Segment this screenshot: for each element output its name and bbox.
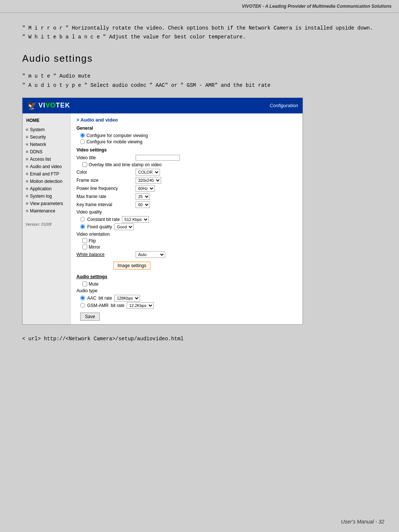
video-quality-row: Video quality (76, 209, 297, 215)
general-label: General (76, 126, 297, 131)
footer-page-label: User's Manual - 32 (341, 519, 384, 525)
overlay-checkbox[interactable] (82, 162, 87, 167)
sidebar-label-security: Security (30, 134, 46, 140)
gsm-radio[interactable] (80, 303, 85, 308)
white-balance-text: " W h i t e b a l a n c e " Adjust the v… (22, 33, 377, 42)
gsm-bit-rate-select[interactable]: 12.2Kbps (127, 302, 154, 309)
radio-mobile-group: Configure for mobile viewing (80, 139, 297, 144)
ui-main-panel: > Audio and video General Configure for … (71, 113, 303, 324)
sidebar-label-motion: Motion detection (30, 179, 62, 184)
sidebar-item-email-ftp[interactable]: ⊕ Email and FTP (23, 170, 70, 178)
flip-row: Flip (82, 238, 297, 243)
video-quality-label: Video quality (76, 209, 136, 215)
radio-computer-label: Configure for computer viewing (86, 133, 148, 138)
max-frame-label: Max frame rate (76, 194, 136, 199)
max-frame-select[interactable]: 25 (136, 193, 150, 200)
overlay-row: Overlay title and time stamp on video (82, 162, 297, 167)
sidebar-item-security[interactable]: ⊕ Security (23, 133, 70, 141)
sidebar-item-ddns[interactable]: ⊕ DDNS (23, 148, 70, 156)
gsm-label: GSM-AMR (87, 303, 109, 308)
fq-label: Fixed quality (87, 224, 112, 229)
frame-size-label: Frame size (76, 178, 136, 183)
fq-radio[interactable] (80, 224, 85, 229)
video-title-row: Video title (76, 155, 297, 161)
cbr-row: Constant bit rate 512 Kbps (80, 216, 297, 223)
sidebar-item-system-log[interactable]: ⊕ System log (23, 192, 70, 200)
sidebar-item-network[interactable]: ⊕ Network (23, 141, 70, 148)
ui-header: 🦅 VIVOTEK Configuration (23, 98, 303, 113)
bullet-icon: ⊕ (25, 164, 28, 168)
sidebar-label-email-ftp: Email and FTP (30, 171, 59, 177)
frame-size-select[interactable]: 320x240 (136, 177, 161, 184)
max-frame-row: Max frame rate 25 (76, 193, 297, 200)
intro-paragraph: " M i r r o r " Horizontally rotate the … (22, 24, 377, 42)
company-tagline: VIVOTEK - A Leading Provider of Multimed… (242, 4, 392, 9)
sidebar-item-view-params[interactable]: ⊕ View parameters (23, 200, 70, 207)
color-select[interactable]: COLOR (136, 169, 160, 175)
video-title-label: Video title (76, 155, 136, 160)
bullet-icon: ⊕ (25, 127, 28, 132)
bullet-icon: ⊕ (25, 135, 28, 139)
power-line-select[interactable]: 60Hz (136, 185, 155, 192)
sidebar-label-maintenance: Maintenance (30, 208, 55, 214)
mirror-text: " M i r r o r " Horizontally rotate the … (22, 24, 377, 33)
audio-type-subtext: " A u d i o t y p e " Select audio codec… (22, 81, 377, 90)
cbr-radio[interactable] (80, 217, 85, 222)
bullet-icon: ⊕ (25, 157, 28, 161)
aac-row: AAC bit rate 128Kbps (80, 295, 297, 301)
ui-body: HOME ⊕ System ⊕ Security ⊕ Network ⊕ DDN… (23, 113, 303, 324)
save-button[interactable]: Save (80, 313, 100, 321)
bullet-icon: ⊕ (25, 179, 28, 183)
video-orientation-label: Video orientation (76, 232, 136, 237)
logo-icon: 🦅 (27, 101, 37, 110)
version-label: Version: 0100f (23, 218, 70, 230)
sidebar-label-access-list: Access list (30, 157, 51, 162)
sidebar-label-system-log: System log (30, 194, 52, 199)
image-settings-button[interactable]: Image settings (113, 262, 150, 270)
radio-mobile-viewing[interactable] (80, 139, 85, 144)
section-heading: Audio settings (22, 53, 377, 64)
mirror-row: Mirror (82, 245, 297, 250)
sidebar-item-system[interactable]: ⊕ System (23, 126, 70, 133)
video-title-input[interactable] (136, 155, 180, 161)
sidebar-label-application: Application (30, 186, 52, 191)
aac-bit-rate-label: bit rate (99, 296, 112, 301)
sidebar-home: HOME (23, 116, 70, 126)
cbr-select[interactable]: 512 Kbps (122, 216, 149, 223)
sidebar-item-application[interactable]: ⊕ Application (23, 185, 70, 192)
bullet-icon: ⊕ (25, 209, 28, 213)
mirror-label: Mirror (89, 245, 100, 250)
overlay-label: Overlay title and time stamp on video (89, 162, 161, 167)
key-frame-row: Key frame interval 60 (76, 201, 297, 208)
mirror-checkbox[interactable] (82, 245, 87, 249)
sidebar-item-motion[interactable]: ⊕ Motion detection (23, 178, 70, 185)
mute-label: Mute (89, 282, 99, 287)
sidebar-item-audio-video[interactable]: ⊕ Audio and video (23, 163, 70, 170)
aac-bit-rate-select[interactable]: 128Kbps (114, 295, 140, 301)
audio-type-label-row: Audio type (76, 288, 297, 293)
fq-row: Fixed quality Good (80, 224, 297, 230)
sub-text-block: " m u t e " Audio mute " A u d i o t y p… (22, 72, 377, 90)
flip-checkbox[interactable] (82, 238, 87, 243)
aac-radio[interactable] (80, 296, 85, 300)
audio-settings-label: Audio settings (76, 274, 297, 279)
gsm-row: GSM-AMR bit rate 12.2Kbps (80, 302, 297, 309)
sidebar-item-maintenance[interactable]: ⊕ Maintenance (23, 207, 70, 215)
vivotek-logo: 🦅 VIVOTEK (27, 101, 70, 110)
sidebar-label-network: Network (30, 142, 46, 147)
white-balance-select[interactable]: Auto (136, 251, 165, 258)
audio-type-label: Audio type (76, 288, 136, 293)
fq-select[interactable]: Good (114, 224, 134, 230)
mute-checkbox[interactable] (82, 282, 87, 286)
config-label: Configuration (270, 103, 298, 108)
bullet-icon: ⊕ (25, 194, 28, 198)
radio-computer-viewing[interactable] (80, 133, 85, 138)
sidebar-item-access-list[interactable]: ⊕ Access list (23, 156, 70, 163)
key-frame-select[interactable]: 60 (136, 201, 150, 208)
sidebar-label-audio-video: Audio and video (30, 164, 62, 169)
sidebar-label-system: System (30, 127, 45, 132)
frame-size-row: Frame size 320x240 (76, 177, 297, 184)
aac-label: AAC (87, 296, 96, 301)
flip-label: Flip (89, 238, 96, 243)
bullet-icon: ⊕ (25, 142, 28, 146)
